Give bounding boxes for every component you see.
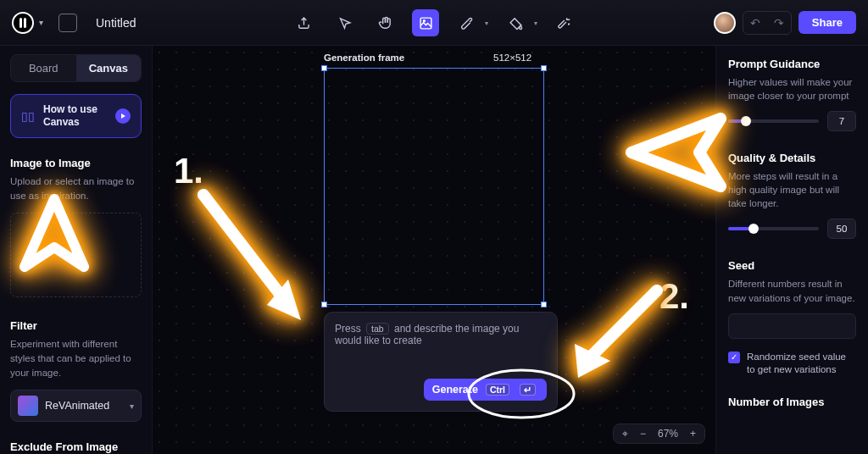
undo-button[interactable]: ↶ xyxy=(743,12,767,34)
undo-redo: ↶ ↷ xyxy=(743,11,792,35)
randomize-seed-label: Randomize seed value to get new variatio… xyxy=(747,351,856,377)
guidance-desc: Higher values will make your image close… xyxy=(728,75,856,102)
ctrl-key: Ctrl xyxy=(486,384,509,396)
enter-key-icon: ↵ xyxy=(520,384,536,396)
chevron-down-icon: ▾ xyxy=(130,401,134,411)
frame-label: Generation frame xyxy=(324,53,404,63)
top-bar: ▾ Untitled ▾ ▾ ↶ ↷ Share xyxy=(0,0,868,46)
guidance-value[interactable]: 7 xyxy=(827,111,856,131)
filter-select[interactable]: ReVAnimated ▾ xyxy=(10,390,142,422)
img2img-title: Image to Image xyxy=(10,157,142,169)
toolbar: ▾ ▾ xyxy=(290,0,578,46)
zoom-level: 67% xyxy=(654,428,682,440)
generation-frame[interactable] xyxy=(324,68,544,305)
wand-tool-icon[interactable] xyxy=(551,9,578,36)
image-tool-icon[interactable] xyxy=(412,9,439,36)
handle-tr[interactable] xyxy=(541,65,547,71)
seed-desc: Different numbers result in new variatio… xyxy=(728,277,856,304)
generate-button[interactable]: Generate Ctrl ↵ xyxy=(424,379,547,401)
img2img-desc: Upload or select an image to use as insp… xyxy=(10,174,142,202)
tab-canvas[interactable]: Canvas xyxy=(76,55,142,81)
filter-name: ReVAnimated xyxy=(45,400,123,412)
app-logo[interactable] xyxy=(12,12,34,34)
fill-tool-icon[interactable] xyxy=(502,9,529,36)
quality-desc: More steps will result in a high quality… xyxy=(728,169,856,210)
share-button[interactable]: Share xyxy=(798,11,856,34)
hand-tool-icon[interactable] xyxy=(371,9,398,36)
fill-chevron-icon[interactable]: ▾ xyxy=(534,19,537,27)
howto-label: How to use Canvas xyxy=(43,103,107,129)
right-panel: Prompt Guidance Higher values will make … xyxy=(715,46,868,454)
left-tabs: Board Canvas xyxy=(10,54,142,82)
exclude-title: Exclude From Image xyxy=(10,440,142,453)
quality-title: Quality & Details xyxy=(728,152,856,164)
tab-board[interactable]: Board xyxy=(11,55,76,81)
export-icon[interactable] xyxy=(290,9,317,36)
guidance-title: Prompt Guidance xyxy=(728,58,856,70)
seed-input[interactable] xyxy=(728,313,856,339)
seed-title: Seed xyxy=(728,259,856,272)
frame-dim: 512×512 xyxy=(493,53,531,63)
select-tool-icon[interactable] xyxy=(331,9,358,36)
brush-chevron-icon[interactable]: ▾ xyxy=(485,19,488,27)
zoom-out-button[interactable]: − xyxy=(637,428,649,440)
prompt-box[interactable]: Press tab and describe the image you wou… xyxy=(324,312,558,412)
filter-title: Filter xyxy=(10,319,142,332)
image-dropzone[interactable] xyxy=(10,213,142,297)
zoom-in-button[interactable]: + xyxy=(687,428,699,440)
handle-bl[interactable] xyxy=(321,302,327,307)
tab-key: tab xyxy=(366,323,389,335)
canvas-area[interactable]: Generation frame 512×512 Press tab and d… xyxy=(153,46,715,454)
avatar[interactable] xyxy=(714,12,736,34)
filter-desc: Experiment with different styles that ca… xyxy=(10,337,142,379)
left-panel: Board Canvas ▯▯ How to use Canvas Image … xyxy=(0,46,153,454)
randomize-seed-checkbox[interactable]: ✓ xyxy=(728,352,740,363)
book-icon: ▯▯ xyxy=(21,109,35,123)
prompt-hint: Press tab and describe the image you wou… xyxy=(335,323,547,346)
quality-slider[interactable] xyxy=(728,227,819,230)
brush-tool-icon[interactable] xyxy=(453,9,480,36)
zoom-controls: ⌖ − 67% + xyxy=(613,424,705,444)
app-menu-chevron[interactable]: ▾ xyxy=(39,18,43,27)
page-icon[interactable] xyxy=(58,14,77,32)
zoom-reset-icon[interactable]: ⌖ xyxy=(619,428,632,440)
quality-value[interactable]: 50 xyxy=(827,219,856,239)
handle-tl[interactable] xyxy=(321,65,327,71)
handle-br[interactable] xyxy=(541,302,547,307)
redo-button[interactable]: ↷ xyxy=(767,12,791,34)
numimages-title: Number of Images xyxy=(728,396,856,408)
document-title[interactable]: Untitled xyxy=(96,16,136,30)
svg-point-1 xyxy=(423,19,425,21)
howto-card[interactable]: ▯▯ How to use Canvas xyxy=(10,94,142,138)
filter-thumb xyxy=(18,396,38,416)
play-icon xyxy=(115,108,131,124)
guidance-slider[interactable] xyxy=(728,119,819,123)
